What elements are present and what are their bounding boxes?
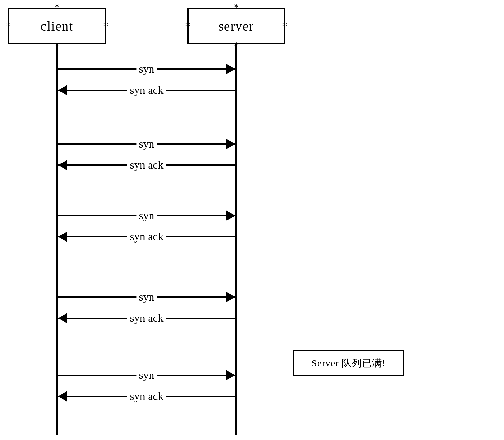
message-label: syn [136, 291, 157, 303]
participant-server: server [187, 8, 285, 44]
message-label: syn ack [127, 312, 166, 324]
participant-server-label: server [218, 19, 254, 34]
arrowhead-right-icon [226, 370, 235, 380]
box-tick: * [54, 2, 60, 13]
message-label: syn ack [127, 159, 166, 171]
message-label: syn ack [127, 231, 166, 243]
message-label: syn [136, 138, 157, 150]
message-label: syn [136, 369, 157, 381]
arrowhead-right-icon [226, 139, 235, 149]
arrowhead-right-icon [226, 292, 235, 302]
arrowhead-left-icon [58, 85, 67, 95]
message-label: syn ack [127, 390, 166, 403]
box-tick: * [234, 2, 239, 13]
box-tick: * [103, 21, 108, 32]
box-tick: * [185, 21, 191, 32]
box-tick: * [6, 21, 11, 32]
participant-client-label: client [41, 19, 74, 34]
arrowhead-right-icon [226, 210, 235, 221]
message-label: syn ack [127, 84, 166, 96]
note-text: Server 队列已满! [311, 357, 386, 370]
message-label: syn [136, 209, 157, 222]
box-tick: * [282, 21, 288, 32]
arrowhead-left-icon [58, 313, 67, 323]
lifeline-server [235, 44, 237, 435]
arrowhead-left-icon [58, 160, 67, 170]
arrowhead-right-icon [226, 64, 235, 74]
sequence-diagram: client * * * * server * * * * syn syn ac… [0, 0, 504, 440]
note-server-queue-full: Server 队列已满! [293, 350, 404, 376]
arrowhead-left-icon [58, 391, 67, 402]
message-label: syn [136, 63, 157, 75]
arrowhead-left-icon [58, 232, 67, 242]
participant-client: client [8, 8, 106, 44]
